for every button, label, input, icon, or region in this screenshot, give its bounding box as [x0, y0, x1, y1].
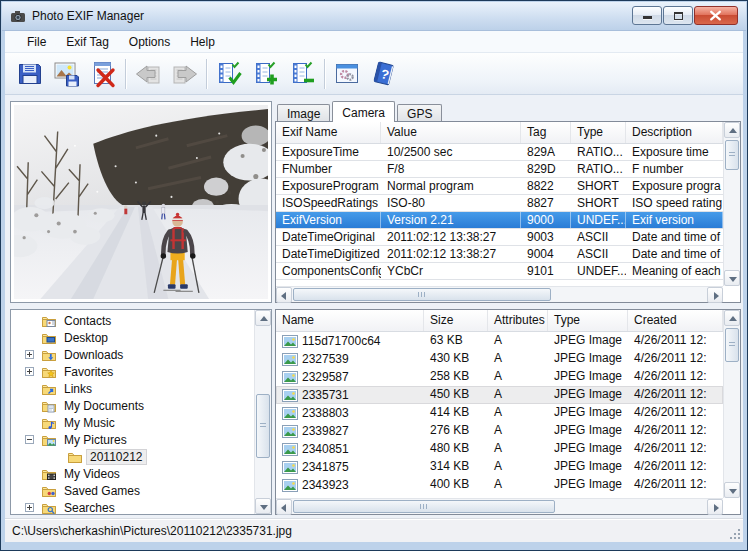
close-button[interactable] [694, 6, 738, 25]
file-horizontal-scrollbar[interactable] [276, 498, 723, 514]
tree-item-favorites[interactable]: Favorites [11, 363, 254, 380]
titlebar[interactable]: Photo EXIF Manager [2, 2, 746, 31]
exif-horizontal-scrollbar[interactable] [276, 286, 723, 302]
file-col-size[interactable]: Size [424, 310, 488, 331]
menu-exif-tag[interactable]: Exif Tag [56, 32, 118, 52]
exif-add-button[interactable] [247, 56, 284, 92]
exif-col-name[interactable]: Exif Name [276, 122, 381, 143]
menu-options[interactable]: Options [119, 32, 180, 52]
file-row[interactable]: 2339827 276 KB A JPEG Image 4/26/2011 12… [276, 422, 723, 440]
tree-item-20110212[interactable]: 20110212 [11, 448, 254, 465]
minimize-button[interactable] [632, 6, 662, 25]
file-row[interactable]: 2329587 258 KB A JPEG Image 4/26/2011 12… [276, 368, 723, 386]
exif-row[interactable]: ComponentsConfig... YCbCr 9101 UNDEF... … [276, 263, 723, 280]
previous-image-button[interactable] [129, 56, 166, 92]
exif-row[interactable]: DateTimeOriginal 2011:02:12 13:38:27 900… [276, 229, 723, 246]
collapse-icon[interactable] [25, 435, 34, 444]
window-title: Photo EXIF Manager [32, 9, 144, 23]
scroll-left-icon[interactable] [276, 287, 292, 303]
file-row[interactable]: 115d71700c64 63 KB A JPEG Image 4/26/201… [276, 332, 723, 350]
delete-exif-button[interactable] [85, 56, 122, 92]
scroll-up-icon[interactable] [724, 122, 740, 138]
help-button[interactable]: ? [365, 56, 402, 92]
file-col-name[interactable]: Name [276, 310, 424, 331]
tree-item-my-pictures[interactable]: My Pictures [11, 431, 254, 448]
scrollbar-thumb[interactable] [293, 500, 555, 513]
exif-type-cell: SHORT [571, 195, 626, 211]
scroll-right-icon[interactable] [707, 287, 723, 303]
expand-icon[interactable] [25, 350, 34, 359]
file-size: 314 KB [424, 458, 488, 476]
file-col-created[interactable]: Created [628, 310, 723, 331]
tree-item-my-videos[interactable]: My Videos [11, 465, 254, 482]
file-row-selected[interactable]: 2335731 450 KB A JPEG Image 4/26/2011 12… [276, 386, 723, 404]
exif-value-cell: Normal program [381, 178, 521, 194]
tree-item-contacts[interactable]: Contacts [11, 312, 254, 329]
save-image-button[interactable] [48, 56, 85, 92]
exif-description-cell: Exposure time [626, 144, 723, 160]
next-image-button[interactable] [166, 56, 203, 92]
desktop-folder-icon [41, 330, 57, 346]
tab-camera[interactable]: Camera [332, 101, 395, 122]
tree-item-saved-games[interactable]: Saved Games [11, 482, 254, 499]
scroll-down-icon[interactable] [255, 498, 271, 514]
exif-row-selected[interactable]: ExifVersion Version 2.21 9000 UNDEF... E… [276, 212, 723, 229]
file-row[interactable]: 2340851 480 KB A JPEG Image 4/26/2011 12… [276, 440, 723, 458]
exif-remove-button[interactable] [284, 56, 321, 92]
scrollbar-thumb[interactable] [293, 288, 551, 301]
exif-row[interactable]: FNumber F/8 829D RATIO... F number [276, 161, 723, 178]
tree-item-links[interactable]: Links [11, 380, 254, 397]
scrollbar-thumb[interactable] [725, 328, 739, 362]
exif-row[interactable]: DateTimeDigitized 2011:02:12 13:38:27 90… [276, 246, 723, 263]
menu-help[interactable]: Help [180, 32, 225, 52]
scroll-right-icon[interactable] [707, 499, 723, 515]
folder-tree-panel: Contacts Desktop Downloads [10, 309, 272, 515]
exif-value-cell: 2011:02:12 13:38:27 [381, 246, 521, 262]
menu-file[interactable]: File [17, 32, 56, 52]
expand-icon[interactable] [25, 503, 34, 512]
tab-gps[interactable]: GPS [397, 104, 442, 122]
tree-item-my-documents[interactable]: My Documents [11, 397, 254, 414]
scrollbar-thumb[interactable] [725, 140, 739, 170]
resize-grip-icon[interactable] [728, 527, 741, 540]
expand-icon[interactable] [25, 367, 34, 376]
file-col-attributes[interactable]: Attributes [488, 310, 548, 331]
maximize-button[interactable] [663, 6, 693, 25]
exif-row[interactable]: ExposureTime 10/2500 sec 829A RATIO... E… [276, 144, 723, 161]
file-col-type[interactable]: Type [548, 310, 628, 331]
file-row[interactable]: 2338803 414 KB A JPEG Image 4/26/2011 12… [276, 404, 723, 422]
exif-col-value[interactable]: Value [381, 122, 521, 143]
tree-item-label: Desktop [61, 331, 111, 345]
exif-col-tag[interactable]: Tag [521, 122, 571, 143]
scroll-up-icon[interactable] [724, 310, 740, 326]
tree-item-my-music[interactable]: My Music [11, 414, 254, 431]
menu-bar: File Exif Tag Options Help [5, 31, 743, 53]
options-button[interactable] [328, 56, 365, 92]
exif-col-description[interactable]: Description [626, 122, 723, 143]
file-vertical-scrollbar[interactable] [723, 310, 740, 498]
exif-row[interactable]: ISOSpeedRatings ISO-80 8827 SHORT ISO sp… [276, 195, 723, 212]
jpeg-file-icon [282, 371, 298, 384]
file-type: JPEG Image [548, 422, 628, 440]
save-button[interactable] [11, 56, 48, 92]
exif-name-cell: DateTimeOriginal [276, 229, 381, 245]
options-icon [333, 60, 361, 88]
exif-col-type[interactable]: Type [571, 122, 626, 143]
scroll-left-icon[interactable] [276, 499, 292, 515]
scroll-down-icon[interactable] [724, 270, 740, 286]
exif-row[interactable]: ExposureProgram Normal program 8822 SHOR… [276, 178, 723, 195]
file-row[interactable]: 2343923 400 KB A JPEG Image 4/26/2011 12… [276, 476, 723, 494]
tree-item-downloads[interactable]: Downloads [11, 346, 254, 363]
exif-check-button[interactable] [210, 56, 247, 92]
file-name: 2339827 [302, 423, 349, 440]
scrollbar-thumb[interactable] [256, 394, 270, 458]
file-row[interactable]: 2327539 430 KB A JPEG Image 4/26/2011 12… [276, 350, 723, 368]
tab-image[interactable]: Image [277, 104, 330, 122]
tree-item-desktop[interactable]: Desktop [11, 329, 254, 346]
file-row[interactable]: 2341875 314 KB A JPEG Image 4/26/2011 12… [276, 458, 723, 476]
scroll-up-icon[interactable] [255, 310, 271, 326]
tree-item-searches[interactable]: Searches [11, 499, 254, 514]
exif-vertical-scrollbar[interactable] [723, 122, 740, 286]
scroll-down-icon[interactable] [724, 482, 740, 498]
tree-vertical-scrollbar[interactable] [254, 310, 271, 514]
